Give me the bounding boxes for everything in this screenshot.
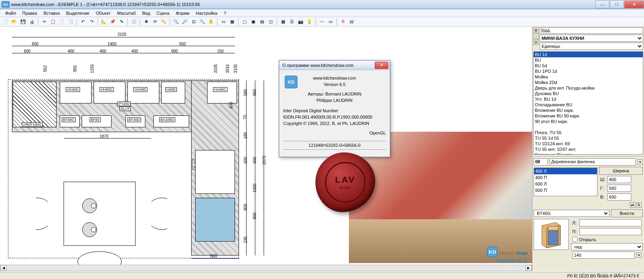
dimension-icon[interactable]: 📐 — [100, 18, 108, 26]
model-select[interactable]: BT40G — [534, 210, 609, 217]
camera-icon[interactable]: 📷 — [297, 18, 305, 26]
list-item[interactable]: BU — [534, 57, 643, 63]
zoom-area-icon[interactable]: 🔍 — [198, 18, 206, 26]
list-item[interactable]: Откладывание BU — [534, 102, 643, 107]
option-item[interactable]: 400 Л — [534, 168, 597, 174]
list-item[interactable]: TU 1D124 инт. 69 — [534, 141, 643, 146]
finish-name[interactable]: Деревянная филенка — [550, 158, 636, 166]
price-tag-icon[interactable]: ₽ — [339, 18, 347, 26]
placement-select[interactable]: над — [571, 243, 643, 250]
select-all-icon[interactable]: ▦ — [228, 18, 236, 26]
maximize-button[interactable]: ☐ — [610, 0, 624, 8]
list-item[interactable]: BU 1d — [534, 52, 643, 57]
finish-dropdown-icon[interactable]: ▾ — [637, 159, 643, 165]
l-field[interactable] — [579, 219, 642, 226]
width-button[interactable]: Ширина — [599, 167, 643, 175]
panel-btn-1[interactable]: ⊞ — [533, 27, 539, 33]
units-select[interactable]: Единицы — [540, 43, 643, 50]
open-checkbox[interactable] — [572, 237, 577, 242]
offset-field[interactable] — [572, 252, 634, 259]
list-item[interactable]: Дверь для инт. Посудо-мойки — [534, 85, 643, 91]
list-item[interactable]: Плоск. TU 55 — [534, 130, 643, 135]
menu-object[interactable]: Объект — [93, 10, 113, 16]
menu-selection[interactable]: Выделение — [63, 10, 92, 16]
menu-edit[interactable]: Правка — [20, 10, 40, 16]
mirror-v-icon[interactable]: ⇅ — [636, 202, 642, 208]
new-icon[interactable]: 📄 — [2, 18, 10, 26]
finish-code[interactable]: 08 — [534, 158, 548, 166]
database-select[interactable]: МИНИ-БАЗА КУХНИ — [540, 35, 643, 42]
p-field[interactable] — [579, 228, 642, 235]
open-icon[interactable]: 📂 — [10, 18, 18, 26]
depth-field[interactable] — [607, 185, 631, 192]
catalog-list[interactable]: BU 1dBUBU 5dBU 1PO 1dМойкаМойка 2DdДверь… — [533, 51, 643, 155]
layers-icon[interactable]: ▦ — [279, 18, 287, 26]
dialog-close-button[interactable]: ✕ — [375, 62, 388, 69]
view-front-icon[interactable]: ▣ — [249, 18, 257, 26]
pan-icon[interactable]: ✋ — [207, 18, 215, 26]
info-icon[interactable]: ⓘ — [130, 18, 138, 26]
list-item[interactable]: Мойка 2Dd — [534, 80, 643, 85]
paste-special-icon[interactable]: 📑 — [67, 18, 74, 26]
menu-view[interactable]: Вид — [139, 10, 153, 16]
option-item[interactable]: 400 П — [534, 174, 597, 181]
select-icon[interactable]: ▭ — [219, 18, 227, 26]
list-item[interactable]: BU 5d — [534, 63, 643, 68]
pin-icon[interactable]: 📌 — [109, 18, 117, 26]
close-button[interactable]: ✕ — [624, 0, 644, 8]
list-item[interactable]: Мойка — [534, 74, 643, 80]
panel-btn-3[interactable]: ⊟ — [533, 39, 539, 45]
menu-file[interactable]: Файл — [2, 10, 19, 16]
measure-icon[interactable]: 📏 — [160, 18, 168, 26]
option-list[interactable]: 400 Л400 П600 Л600 П — [534, 168, 597, 196]
word-icon[interactable]: W — [348, 18, 356, 26]
undo-icon[interactable]: ↶ — [79, 18, 87, 26]
menu-insert[interactable]: Вставка — [41, 10, 63, 16]
drawing-canvas[interactable]: KDKitchen Draw Version 6.5 3105 600 1400… — [0, 27, 532, 271]
list-item[interactable]: Вложение BU 90 карк. — [534, 113, 643, 119]
menu-scale[interactable]: Масштаб — [114, 10, 139, 16]
list-item[interactable]: Вложение TU карк. — [534, 152, 643, 155]
offset-dropdown-icon[interactable]: ▾ — [636, 252, 642, 258]
menu-help[interactable]: ? — [221, 10, 229, 16]
height-field[interactable] — [607, 193, 631, 201]
mirror-h-icon[interactable]: ⇄ — [630, 202, 635, 208]
option-item[interactable]: 600 П — [534, 187, 597, 193]
insert-button[interactable]: Внести — [611, 209, 643, 217]
view-top-icon[interactable]: ▢ — [241, 18, 249, 26]
list-item[interactable]: TU 55 инт. 1D97 инт. — [534, 146, 643, 152]
panel-btn-2[interactable]: ↕ — [533, 33, 539, 39]
list-item[interactable]: BU 1PO 1d — [534, 68, 643, 74]
print-icon[interactable]: 🖨 — [28, 18, 36, 26]
list-item[interactable]: Вложение BU карк. — [534, 107, 643, 113]
zoom-out-icon[interactable]: 🔎 — [181, 18, 189, 26]
box-icon[interactable]: ▭ — [327, 18, 335, 26]
minimize-button[interactable]: — — [595, 0, 609, 8]
cut-icon[interactable]: ✂ — [40, 18, 48, 26]
copy-icon[interactable]: 📋 — [49, 18, 57, 26]
draw-icon[interactable]: ✎ — [117, 18, 125, 26]
menu-scene[interactable]: Сцена — [154, 10, 172, 16]
move-icon[interactable]: ✥ — [142, 18, 150, 26]
rotate-icon[interactable]: ⟳ — [151, 18, 159, 26]
menu-settings[interactable]: Настройка — [193, 10, 220, 16]
view-side-icon[interactable]: ▤ — [258, 18, 266, 26]
list-item[interactable]: TU 55 1d 55 — [534, 135, 643, 141]
search-input[interactable] — [540, 27, 643, 34]
zoom-fit-icon[interactable]: ⊡ — [190, 18, 198, 26]
paste-icon[interactable]: 📄 — [58, 18, 66, 26]
list-item[interactable] — [534, 124, 643, 130]
view-iso-icon[interactable]: ◫ — [267, 18, 275, 26]
save-icon[interactable]: 💾 — [19, 18, 27, 26]
list-item[interactable]: Духовка BU — [534, 91, 643, 96]
menu-shape[interactable]: Форма — [173, 10, 192, 16]
list-item[interactable]: 90 угол BU карк. — [534, 119, 643, 124]
canvas-hscrollbar[interactable]: ◄► — [0, 265, 532, 271]
redo-icon[interactable]: ↷ — [88, 18, 96, 26]
list-item[interactable]: Угл. BU 1d — [534, 96, 643, 102]
width-field[interactable] — [607, 176, 631, 183]
zoom-in-icon[interactable]: 🔍 — [172, 18, 180, 26]
levels-icon[interactable]: ☰ — [288, 18, 296, 26]
path-icon[interactable]: 〰 — [318, 18, 326, 26]
option-item[interactable]: 600 Л — [534, 181, 597, 187]
